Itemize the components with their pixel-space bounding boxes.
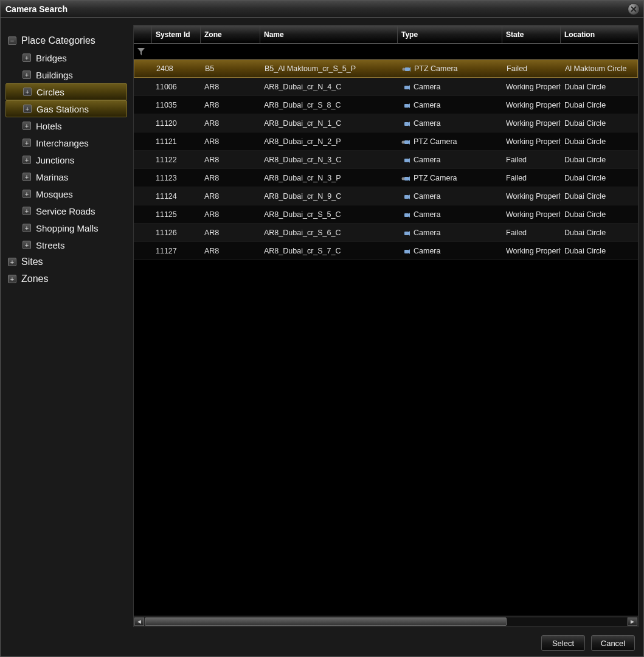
camera-icon [401, 120, 410, 126]
expand-icon[interactable]: + [23, 122, 31, 130]
expand-icon[interactable]: + [23, 207, 31, 215]
cell-system-id: 11120 [152, 119, 201, 128]
expand-icon[interactable]: + [23, 88, 32, 96]
cell-zone: AR8 [201, 137, 260, 146]
select-button[interactable]: Select [541, 635, 585, 651]
svg-rect-6 [404, 86, 409, 89]
expand-icon[interactable]: + [8, 258, 16, 266]
expand-icon[interactable]: + [23, 139, 31, 147]
ptz-camera-icon [401, 139, 410, 145]
cell-system-id: 11035 [152, 101, 201, 109]
svg-marker-5 [409, 67, 410, 72]
expand-icon[interactable]: + [23, 173, 31, 181]
tree-item-junctions[interactable]: +Junctions [5, 151, 127, 168]
tree-item-zones[interactable]: +Zones [5, 270, 127, 287]
table-row[interactable]: 2408B5B5_Al Maktoum_cr_S_5_PPTZ CameraFa… [134, 60, 638, 78]
horizontal-scrollbar[interactable]: ◄ ► [134, 616, 638, 627]
col-header-state[interactable]: State [502, 26, 561, 43]
cell-type-label: Camera [414, 156, 440, 164]
table-row[interactable]: 11123AR8AR8_Dubai_cr_N_3_PPTZ CameraFail… [134, 169, 638, 187]
scroll-track[interactable] [145, 617, 627, 626]
close-button[interactable] [628, 3, 640, 15]
svg-marker-16 [409, 158, 410, 163]
table-body: 2408B5B5_Al Maktoum_cr_S_5_PPTZ CameraFa… [134, 60, 638, 616]
cell-zone: B5 [201, 64, 261, 73]
tree-item-label: Shopping Malls [36, 223, 99, 233]
camera-icon [401, 248, 410, 254]
expand-icon[interactable]: + [23, 224, 31, 232]
svg-marker-21 [409, 194, 410, 199]
table-row[interactable]: 11125AR8AR8_Dubai_cr_S_5_CCameraWorking … [134, 205, 638, 224]
col-header-location[interactable]: Location [561, 26, 639, 43]
cell-system-id: 11124 [152, 192, 201, 201]
cell-state: Working Properly [502, 137, 561, 146]
svg-marker-2 [137, 48, 145, 55]
cell-type: PTZ Camera [398, 137, 502, 146]
cell-name: AR8_Dubai_cr_N_3_P [260, 174, 398, 182]
expand-icon[interactable]: + [23, 241, 31, 249]
cell-system-id: 11122 [152, 156, 201, 164]
expand-icon[interactable]: + [23, 71, 31, 79]
cell-type: Camera [398, 229, 502, 237]
tree-item-label: Sites [21, 256, 43, 267]
cell-zone: AR8 [201, 229, 260, 237]
svg-marker-25 [409, 231, 410, 236]
scroll-thumb[interactable] [145, 617, 507, 626]
tree-item-place-categories[interactable]: −Place Categories [5, 32, 127, 49]
category-tree: −Place Categories+Bridges+Buildings+Circ… [5, 25, 127, 627]
camera-icon [401, 157, 410, 163]
table-row[interactable]: 11124AR8AR8_Dubai_cr_N_9_CCameraWorking … [134, 187, 638, 205]
expand-icon[interactable]: + [23, 190, 31, 198]
collapse-icon[interactable]: − [8, 36, 16, 45]
table-row[interactable]: 11006AR8AR8_Dubai_cr_N_4_CCameraWorking … [134, 78, 638, 96]
cancel-button[interactable]: Cancel [591, 635, 635, 651]
tree-item-label: Bridges [36, 53, 67, 63]
cell-zone: AR8 [201, 101, 260, 109]
col-header-name[interactable]: Name [260, 26, 398, 43]
expand-icon[interactable]: + [23, 105, 32, 113]
tree-item-sites[interactable]: +Sites [5, 253, 127, 270]
cell-location: Dubai Circle [561, 101, 638, 109]
col-header-zone[interactable]: Zone [201, 26, 260, 43]
col-header-type[interactable]: Type [398, 26, 502, 43]
cell-zone: AR8 [201, 210, 260, 219]
cell-location: Dubai Circle [561, 229, 638, 237]
svg-rect-15 [404, 159, 409, 162]
svg-rect-20 [404, 195, 409, 199]
table-header: System Id Zone Name Type State Location [134, 26, 638, 44]
filter-icon[interactable] [134, 48, 148, 55]
row-selector-header[interactable] [134, 26, 152, 43]
tree-item-streets[interactable]: +Streets [5, 236, 127, 253]
content-area: −Place Categories+Bridges+Buildings+Circ… [1, 18, 643, 630]
tree-item-circles[interactable]: +Circles [5, 83, 127, 100]
cell-zone: AR8 [201, 83, 260, 91]
cell-name: AR8_Dubai_cr_N_4_C [260, 83, 398, 91]
tree-item-bridges[interactable]: +Bridges [5, 49, 127, 66]
expand-icon[interactable]: + [23, 156, 31, 164]
tree-item-label: Interchanges [36, 138, 89, 148]
table-row[interactable]: 11121AR8AR8_Dubai_cr_N_2_PPTZ CameraWork… [134, 132, 638, 151]
filter-row[interactable] [134, 44, 638, 60]
tree-item-interchanges[interactable]: +Interchanges [5, 134, 127, 151]
tree-item-marinas[interactable]: +Marinas [5, 168, 127, 185]
tree-item-service-roads[interactable]: +Service Roads [5, 202, 127, 219]
scroll-right-arrow[interactable]: ► [628, 617, 637, 626]
cell-location: Dubai Circle [561, 210, 638, 219]
svg-rect-10 [404, 122, 409, 126]
table-row[interactable]: 11127AR8AR8_Dubai_cr_S_7_CCameraWorking … [134, 242, 638, 260]
table-row[interactable]: 11035AR8AR8_Dubai_cr_S_8_CCameraWorking … [134, 96, 638, 114]
tree-item-shopping-malls[interactable]: +Shopping Malls [5, 219, 127, 236]
tree-item-gas-stations[interactable]: +Gas Stations [5, 100, 127, 117]
table-row[interactable]: 11120AR8AR8_Dubai_cr_N_1_CCameraWorking … [134, 114, 638, 132]
cell-state: Working Properly [502, 101, 561, 109]
tree-item-buildings[interactable]: +Buildings [5, 66, 127, 83]
expand-icon[interactable]: + [23, 53, 31, 62]
tree-item-mosques[interactable]: +Mosques [5, 185, 127, 202]
table-row[interactable]: 11122AR8AR8_Dubai_cr_N_3_CCameraFailedDu… [134, 151, 638, 169]
table-row[interactable]: 11126AR8AR8_Dubai_cr_S_6_CCameraFailedDu… [134, 224, 638, 242]
tree-item-hotels[interactable]: +Hotels [5, 117, 127, 134]
camera-icon [401, 230, 410, 236]
expand-icon[interactable]: + [8, 275, 16, 283]
scroll-left-arrow[interactable]: ◄ [134, 617, 144, 626]
col-header-system-id[interactable]: System Id [152, 26, 201, 43]
